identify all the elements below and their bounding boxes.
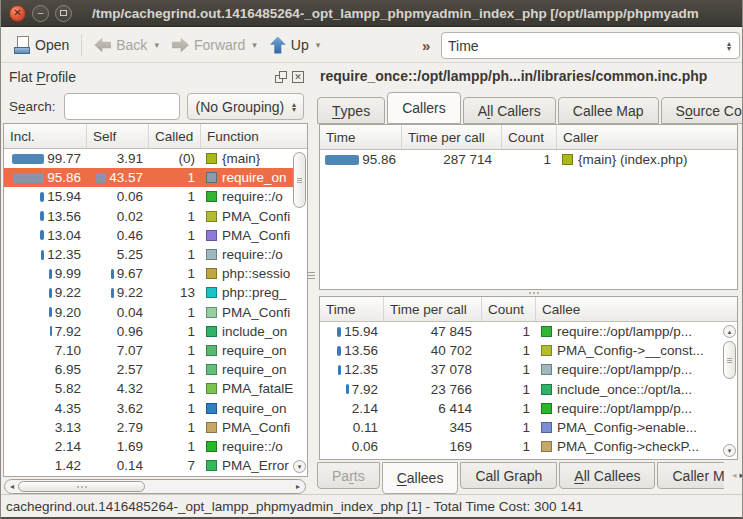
callees-vscrollbar[interactable]: ▴ ▾	[722, 323, 737, 459]
tab[interactable]: All Callees	[559, 462, 655, 489]
flat-profile-vscrollbar[interactable]: ▾	[292, 150, 307, 476]
minimize-window-icon[interactable]: –	[32, 5, 49, 22]
called-value: 1	[187, 343, 195, 358]
column-header-time-per-call[interactable]: Time per call	[384, 297, 482, 321]
scroll-down-icon[interactable]: ▾	[293, 460, 306, 473]
close-window-icon[interactable]: ✕	[9, 5, 26, 22]
called-value: 1	[187, 170, 195, 185]
function-row[interactable]: 13.56 0.02 1 PMA_Confi	[4, 207, 293, 226]
function-row[interactable]: 13.04 0.46 1 PMA_Confi	[4, 226, 293, 245]
function-row[interactable]: 9.22 9.22 13 php::preg_	[4, 283, 293, 302]
tab[interactable]: Caller Map	[657, 462, 724, 489]
hscroll-thumb[interactable]	[18, 481, 145, 492]
function-group-icon	[541, 326, 552, 337]
column-header-time[interactable]: Time	[320, 297, 384, 321]
function-row[interactable]: 2.14 1.69 1 require::/o	[4, 437, 293, 456]
called-value: (0)	[179, 151, 196, 166]
function-group-icon	[206, 441, 217, 452]
up-button[interactable]: Up	[265, 34, 314, 57]
column-header-time-per-call[interactable]: Time per call	[402, 125, 502, 149]
function-row[interactable]: 99.77 3.91 (0) {main}	[4, 149, 293, 168]
column-header-time[interactable]: Time	[320, 125, 402, 149]
column-header-callee[interactable]: Callee	[536, 297, 737, 321]
column-header-count[interactable]: Count	[502, 125, 557, 149]
open-button[interactable]: Open	[9, 33, 74, 57]
scroll-right-icon[interactable]: ▸	[296, 482, 300, 491]
called-value: 1	[187, 439, 195, 454]
function-row[interactable]: 9.20 0.04 1 PMA_Confi	[4, 303, 293, 322]
vscroll-thumb[interactable]	[723, 341, 736, 379]
function-row[interactable]: 4.35 3.62 1 require_on	[4, 398, 293, 417]
column-header-incl[interactable]: Incl.	[4, 124, 87, 148]
scroll-down-icon[interactable]: ▾	[723, 444, 736, 457]
scroll-left-icon[interactable]: ◂	[10, 482, 14, 491]
function-row[interactable]: 7.10 7.07 1 require_on	[4, 341, 293, 360]
function-row[interactable]: 1.42 0.14 7 PMA_Error	[4, 456, 293, 475]
tab[interactable]: Source Code	[661, 97, 743, 124]
callers-table-header: Time Time per call Count Caller	[320, 125, 737, 150]
time-cost-bar	[346, 384, 349, 394]
function-row[interactable]: 15.94 0.06 1 require::/o	[4, 187, 293, 206]
callee-row[interactable]: 15.94 47 845 1 require::/opt/lampp/p...	[320, 322, 721, 341]
function-group-icon	[562, 154, 573, 165]
incl-cost-bar	[40, 211, 44, 221]
back-dropdown-icon[interactable]: ▾	[154, 40, 159, 50]
called-value: 1	[187, 420, 195, 435]
function-row[interactable]: 5.82 4.32 1 PMA_fatalE	[4, 379, 293, 398]
search-input[interactable]	[64, 93, 180, 120]
callee-row[interactable]: 0.11 345 1 PMA_Config->enable...	[320, 418, 721, 437]
forward-button[interactable]: Forward	[167, 34, 250, 56]
vscroll-thumb[interactable]	[293, 152, 306, 208]
close-panel-icon[interactable]: ✕	[292, 71, 304, 83]
tab[interactable]: Call Graph	[460, 462, 557, 489]
function-name: require_on	[222, 170, 287, 185]
function-row[interactable]: 3.13 2.79 1 PMA_Confi	[4, 418, 293, 437]
time-per-call-value: 6 414	[438, 401, 472, 416]
forward-dropdown-icon[interactable]: ▾	[252, 40, 257, 50]
function-row[interactable]: 12.35 5.25 1 require::/o	[4, 245, 293, 264]
tab[interactable]: Parts	[317, 462, 380, 489]
callee-row[interactable]: 13.56 40 702 1 PMA_Config->__const...	[320, 341, 721, 360]
titlebar: ✕ – /tmp/cachegrind.out.1416485264-_opt_…	[1, 0, 742, 27]
grouping-combobox[interactable]: (No Grouping) ▴▾	[187, 93, 304, 120]
column-header-caller[interactable]: Caller	[557, 125, 737, 149]
combo-spinner-icon[interactable]: ▴▾	[725, 41, 733, 51]
scroll-up-icon[interactable]: ▴	[723, 325, 736, 338]
callee-row[interactable]: 0.02 72 1 PMA_Config->load...	[320, 456, 721, 459]
function-row[interactable]: 95.86 43.57 1 require_on	[4, 168, 293, 187]
back-button[interactable]: Back	[89, 34, 152, 56]
function-row[interactable]: 9.99 9.67 1 php::sessio	[4, 264, 293, 283]
top-tabbar: Types Callers All Callers Callee Map Sou…	[317, 91, 743, 124]
column-header-called[interactable]: Called	[149, 124, 201, 148]
callee-row[interactable]: 12.35 37 078 1 require::/opt/lampp/p...	[320, 360, 721, 379]
tabs-scroll-left-icon[interactable]: ◂	[732, 470, 737, 480]
up-dropdown-icon[interactable]: ▾	[316, 40, 321, 50]
tab[interactable]: Callee Map	[558, 97, 659, 124]
tab[interactable]: Callers	[387, 92, 461, 124]
caller-row[interactable]: 95.86 287 714 1 {main} (index.php)	[320, 150, 737, 169]
grouping-spinner-icon[interactable]: ▴▾	[290, 102, 298, 112]
maximize-window-icon[interactable]	[55, 5, 72, 22]
status-text: cachegrind.out.1416485264-_opt_lampp_php…	[6, 499, 583, 514]
callee-row[interactable]: 7.92 23 766 1 include_once::/opt/la...	[320, 380, 721, 399]
incl-value: 13.04	[47, 228, 81, 243]
callee-row[interactable]: 0.06 169 1 PMA_Config->checkP...	[320, 437, 721, 456]
tab[interactable]: All Callers	[463, 97, 556, 124]
function-row[interactable]: 7.92 0.96 1 include_on	[4, 322, 293, 341]
tabs-scroll-right-icon[interactable]: ▸	[739, 470, 743, 480]
function-row[interactable]: 1.13 0.03 2 PMA_Pr	[4, 475, 293, 476]
flat-profile-hscrollbar[interactable]: ◂ ▸	[4, 479, 306, 494]
callee-row[interactable]: 2.14 6 414 1 require::/opt/lampp/p...	[320, 399, 721, 418]
column-header-self[interactable]: Self	[87, 124, 149, 148]
column-header-count[interactable]: Count	[482, 297, 536, 321]
tab[interactable]: Callees	[382, 462, 459, 494]
function-name: php::preg_	[222, 285, 287, 300]
tab[interactable]: Types	[317, 97, 385, 124]
column-header-function[interactable]: Function	[201, 124, 307, 148]
self-value: 0.02	[117, 209, 143, 224]
function-row[interactable]: 6.95 2.57 1 require_on	[4, 360, 293, 379]
undock-panel-icon[interactable]	[275, 71, 287, 83]
toolbar-overflow-icon[interactable]: »	[422, 37, 430, 54]
event-type-combobox[interactable]: Time ▴▾	[441, 32, 740, 59]
toolbar-separator	[81, 34, 82, 56]
